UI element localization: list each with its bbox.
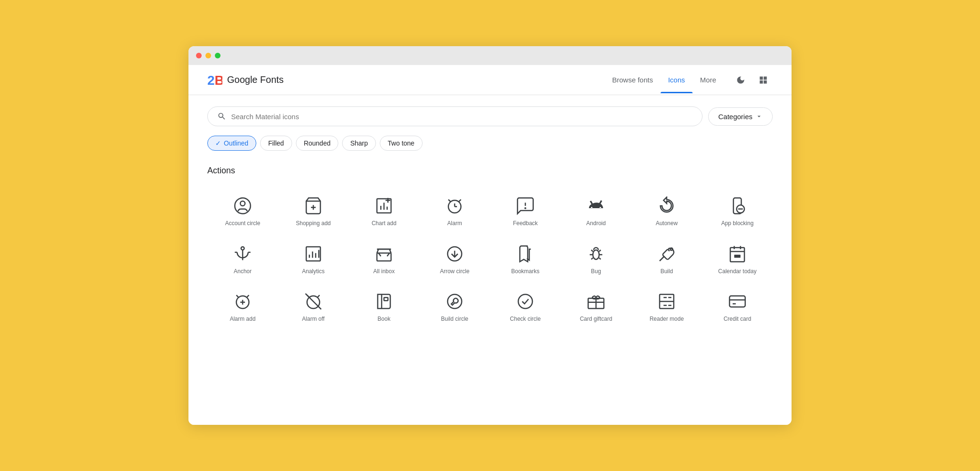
bookmarks-icon	[516, 244, 535, 263]
logo-text: Google Fonts	[227, 74, 284, 85]
icon-calendar-today[interactable]: Calendar today	[702, 235, 773, 283]
reader-mode-icon	[657, 292, 676, 311]
filter-two-tone[interactable]: Two tone	[380, 136, 423, 151]
svg-line-52	[307, 295, 310, 298]
alarm-add-icon	[233, 292, 252, 311]
arrow-circle-icon	[445, 244, 464, 263]
icon-alarm-off[interactable]: Alarm off	[278, 283, 349, 331]
svg-point-2	[240, 201, 245, 206]
icon-alarm[interactable]: Alarm	[419, 187, 490, 235]
search-row: Categories	[207, 106, 773, 126]
section-title-actions: Actions	[207, 166, 773, 176]
search-icon	[217, 112, 226, 121]
svg-point-37	[593, 250, 599, 259]
svg-point-56	[448, 294, 462, 309]
account-circle-icon	[233, 196, 252, 215]
icon-build[interactable]: Build	[631, 235, 702, 283]
icons-grid: Account circle Shopping add	[207, 187, 773, 331]
build-icon	[657, 244, 676, 263]
bug-icon	[587, 244, 605, 263]
icon-feedback[interactable]: Feedback	[490, 187, 561, 235]
anchor-icon	[233, 244, 252, 263]
autonew-icon	[657, 196, 676, 215]
browser-chrome	[188, 46, 792, 65]
search-bar-container	[207, 106, 702, 126]
logo: 2B Google Fonts	[207, 73, 604, 88]
check-icon: ✓	[215, 139, 221, 147]
grid-view-button[interactable]	[754, 71, 773, 89]
build-circle-icon	[445, 292, 464, 311]
main-content: Categories ✓ Outlined Filled Rounded Sha…	[188, 95, 792, 425]
analytics-icon	[304, 244, 323, 263]
calendar-today-icon	[728, 244, 747, 263]
filter-filled[interactable]: Filled	[260, 136, 292, 151]
header: 2B Google Fonts Browse fonts Icons More	[188, 65, 792, 95]
alarm-off-icon	[304, 292, 323, 311]
icon-app-blocking[interactable]: App blocking	[702, 187, 773, 235]
svg-point-22	[241, 247, 245, 250]
icon-book[interactable]: Book	[349, 283, 419, 331]
icon-alarm-add[interactable]: Alarm add	[207, 283, 278, 331]
card-giftcard-icon	[587, 292, 605, 311]
feedback-icon	[516, 196, 535, 215]
icon-reader-mode[interactable]: Reader mode	[631, 283, 702, 331]
icon-credit-card[interactable]: Credit card	[702, 283, 773, 331]
minimize-dot[interactable]	[205, 53, 211, 58]
svg-line-39	[660, 256, 664, 261]
icon-card-giftcard[interactable]: Card giftcard	[561, 283, 631, 331]
icon-build-circle[interactable]: Build circle	[419, 283, 490, 331]
icon-anchor[interactable]: Anchor	[207, 235, 278, 283]
svg-line-48	[237, 295, 239, 298]
icon-android[interactable]: Android	[561, 187, 631, 235]
svg-rect-44	[734, 254, 740, 258]
search-input[interactable]	[231, 113, 693, 121]
chevron-down-icon	[755, 113, 763, 120]
icon-analytics[interactable]: Analytics	[278, 235, 349, 283]
icon-autonew[interactable]: Autonew	[631, 187, 702, 235]
svg-line-49	[246, 295, 249, 298]
icon-all-inbox[interactable]: All inbox	[349, 235, 419, 283]
grid-icon	[759, 75, 768, 85]
icon-account-circle[interactable]: Account circle	[207, 187, 278, 235]
filter-rounded[interactable]: Rounded	[296, 136, 339, 151]
svg-point-57	[518, 294, 532, 309]
theme-toggle-button[interactable]	[731, 71, 750, 89]
svg-rect-55	[384, 298, 388, 301]
credit-card-icon	[728, 292, 747, 311]
android-icon	[587, 196, 605, 215]
icon-shopping-add[interactable]: Shopping add	[278, 187, 349, 235]
svg-line-16	[458, 200, 461, 202]
check-circle-icon	[516, 292, 535, 311]
icon-bookmarks[interactable]: Bookmarks	[490, 235, 561, 283]
app-blocking-icon	[728, 196, 747, 215]
categories-button[interactable]: Categories	[708, 107, 773, 126]
svg-point-18	[525, 208, 526, 209]
logo-icon: 2B	[207, 73, 222, 88]
filter-row: ✓ Outlined Filled Rounded Sharp Two tone	[207, 136, 773, 151]
chart-add-icon	[375, 196, 393, 215]
icon-chart-add[interactable]: Chart add	[349, 187, 419, 235]
nav-more[interactable]: More	[693, 66, 724, 93]
close-dot[interactable]	[196, 53, 202, 58]
shopping-add-icon	[304, 196, 323, 215]
book-icon	[375, 292, 393, 311]
all-inbox-icon	[375, 244, 393, 263]
svg-line-15	[449, 200, 451, 202]
svg-text:2B: 2B	[207, 73, 222, 88]
icon-bug[interactable]: Bug	[561, 235, 631, 283]
alarm-icon	[445, 196, 464, 215]
nav-icons[interactable]: Icons	[661, 66, 693, 93]
main-nav: Browse fonts Icons More	[604, 66, 724, 93]
icon-arrow-circle[interactable]: Arrow circle	[419, 235, 490, 283]
filter-outlined[interactable]: ✓ Outlined	[207, 136, 256, 151]
svg-line-53	[317, 295, 319, 298]
icon-check-circle[interactable]: Check circle	[490, 283, 561, 331]
svg-rect-67	[729, 296, 745, 307]
browser-window: 2B Google Fonts Browse fonts Icons More	[188, 46, 792, 425]
dark-mode-icon	[736, 75, 745, 85]
nav-browse-fonts[interactable]: Browse fonts	[604, 66, 661, 93]
filter-sharp[interactable]: Sharp	[342, 136, 376, 151]
header-icons	[731, 71, 773, 89]
maximize-dot[interactable]	[215, 53, 220, 58]
